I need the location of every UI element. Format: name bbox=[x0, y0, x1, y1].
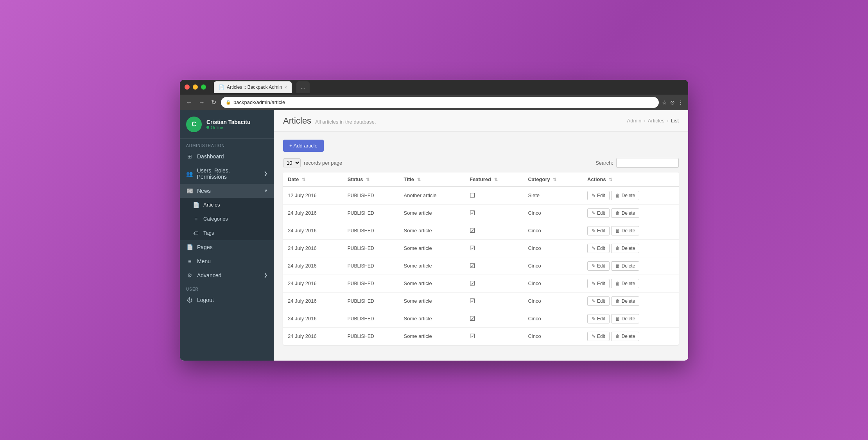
delete-button[interactable]: 🗑 Delete bbox=[611, 191, 640, 200]
cell-status: PUBLISHED bbox=[343, 257, 399, 275]
address-bar[interactable]: 🔒 backpack/admin/article bbox=[221, 97, 659, 108]
cell-status: PUBLISHED bbox=[343, 310, 399, 327]
col-date[interactable]: Date ⇅ bbox=[283, 172, 343, 187]
cell-category: Cinco bbox=[523, 310, 583, 327]
edit-button[interactable]: ✎ Edit bbox=[587, 244, 610, 253]
table-row: 24 July 2016 PUBLISHED Some article ☑ Ci… bbox=[283, 257, 679, 275]
edit-button[interactable]: ✎ Edit bbox=[587, 261, 610, 271]
delete-button[interactable]: 🗑 Delete bbox=[611, 261, 640, 271]
menu-icon[interactable]: ⋮ bbox=[678, 99, 683, 106]
page-title-group: Articles All articles in the database. bbox=[283, 116, 376, 126]
forward-button[interactable]: → bbox=[197, 97, 206, 108]
edit-button[interactable]: ✎ Edit bbox=[587, 279, 610, 288]
page-subtitle: All articles in the database. bbox=[315, 119, 376, 125]
pages-icon: 📄 bbox=[186, 244, 193, 250]
col-title[interactable]: Title ⇅ bbox=[399, 172, 465, 187]
cell-featured: ☐ bbox=[465, 187, 523, 205]
trash-icon: 🗑 bbox=[615, 334, 620, 339]
cell-actions: ✎ Edit 🗑 Delete bbox=[583, 257, 679, 275]
sidebar-item-dashboard[interactable]: ⊞ Dashboard bbox=[180, 149, 274, 163]
cell-featured: ☑ bbox=[465, 257, 523, 275]
sidebar-item-menu[interactable]: ≡ Menu bbox=[180, 254, 274, 268]
delete-button[interactable]: 🗑 Delete bbox=[611, 208, 640, 218]
delete-button[interactable]: 🗑 Delete bbox=[611, 244, 640, 253]
breadcrumb-admin[interactable]: Admin bbox=[627, 118, 642, 124]
sidebar-item-news[interactable]: 📰 News ∨ bbox=[180, 184, 274, 198]
minimize-traffic-light[interactable] bbox=[193, 84, 198, 90]
back-button[interactable]: ← bbox=[185, 97, 194, 108]
sidebar-item-logout[interactable]: ⏻ Logout bbox=[180, 293, 274, 307]
edit-button[interactable]: ✎ Edit bbox=[587, 226, 610, 235]
sidebar-profile: C Cristian Tabacitu Online bbox=[180, 110, 274, 139]
inactive-tab[interactable]: ... bbox=[296, 81, 310, 93]
advanced-icon: ⚙ bbox=[186, 272, 193, 278]
close-traffic-light[interactable] bbox=[185, 84, 190, 90]
edit-icon: ✎ bbox=[592, 246, 595, 251]
records-per-page-select[interactable]: 10 25 50 bbox=[283, 158, 301, 167]
trash-icon: 🗑 bbox=[615, 193, 620, 198]
cell-actions: ✎ Edit 🗑 Delete bbox=[583, 310, 679, 327]
sidebar-item-label: Dashboard bbox=[197, 153, 224, 160]
cell-status: PUBLISHED bbox=[343, 187, 399, 205]
cell-title: Some article bbox=[399, 204, 465, 222]
col-status[interactable]: Status ⇅ bbox=[343, 172, 399, 187]
col-featured[interactable]: Featured ⇅ bbox=[465, 172, 523, 187]
add-article-button[interactable]: + Add article bbox=[283, 140, 324, 152]
cell-status: PUBLISHED bbox=[343, 292, 399, 310]
trash-icon: 🗑 bbox=[615, 316, 620, 321]
bookmark-icon[interactable]: ☆ bbox=[662, 99, 667, 106]
browser-window: 📄 Articles :: Backpack Admin × ... ← → ↻… bbox=[180, 80, 688, 361]
refresh-button[interactable]: ↻ bbox=[210, 97, 218, 108]
cell-date: 24 July 2016 bbox=[283, 257, 343, 275]
cell-status: PUBLISHED bbox=[343, 275, 399, 292]
sort-category-icon[interactable]: ⇅ bbox=[553, 177, 556, 182]
sort-date-icon[interactable]: ⇅ bbox=[302, 177, 305, 182]
delete-button[interactable]: 🗑 Delete bbox=[611, 296, 640, 306]
table-row: 24 July 2016 PUBLISHED Some article ☑ Ci… bbox=[283, 239, 679, 257]
cell-title: Some article bbox=[399, 239, 465, 257]
cell-category: Siete bbox=[523, 187, 583, 205]
maximize-traffic-light[interactable] bbox=[201, 84, 206, 90]
search-input[interactable] bbox=[616, 158, 679, 168]
sidebar-item-pages[interactable]: 📄 Pages bbox=[180, 240, 274, 254]
tab-title: Articles :: Backpack Admin bbox=[227, 84, 282, 90]
cell-featured: ☑ bbox=[465, 292, 523, 310]
delete-button[interactable]: 🗑 Delete bbox=[611, 226, 640, 235]
cell-featured: ☑ bbox=[465, 275, 523, 292]
sort-featured-icon[interactable]: ⇅ bbox=[494, 177, 498, 182]
edit-button[interactable]: ✎ Edit bbox=[587, 332, 610, 341]
sort-title-icon[interactable]: ⇅ bbox=[417, 177, 421, 182]
profile-status: Online bbox=[206, 125, 267, 130]
edit-button[interactable]: ✎ Edit bbox=[587, 314, 610, 323]
delete-button[interactable]: 🗑 Delete bbox=[611, 314, 640, 323]
sort-status-icon[interactable]: ⇅ bbox=[366, 177, 369, 182]
edit-button[interactable]: ✎ Edit bbox=[587, 208, 610, 218]
sidebar-item-advanced[interactable]: ⚙ Advanced ❯ bbox=[180, 268, 274, 282]
table-header: Date ⇅ Status ⇅ Title ⇅ bbox=[283, 172, 679, 187]
table-row: 24 July 2016 PUBLISHED Some article ☑ Ci… bbox=[283, 327, 679, 345]
content-area: + Add article 10 25 50 records per page … bbox=[274, 132, 688, 361]
edit-button[interactable]: ✎ Edit bbox=[587, 191, 610, 200]
table-controls: 10 25 50 records per page Search: bbox=[283, 158, 679, 168]
trash-icon: 🗑 bbox=[615, 228, 620, 233]
tab-close-button[interactable]: × bbox=[284, 85, 287, 90]
cell-actions: ✎ Edit 🗑 Delete bbox=[583, 292, 679, 310]
delete-button[interactable]: 🗑 Delete bbox=[611, 332, 640, 341]
edit-icon: ✎ bbox=[592, 193, 595, 198]
col-category[interactable]: Category ⇅ bbox=[523, 172, 583, 187]
sidebar-item-users[interactable]: 👥 Users, Roles, Permissions ❯ bbox=[180, 163, 274, 184]
app-layout: C Cristian Tabacitu Online ADMINISTRATIO… bbox=[180, 110, 688, 361]
edit-button[interactable]: ✎ Edit bbox=[587, 296, 610, 306]
sidebar-item-label: News bbox=[197, 188, 211, 194]
account-icon[interactable]: ⊙ bbox=[670, 99, 675, 106]
sidebar-item-categories[interactable]: ≡ Categories bbox=[180, 212, 274, 226]
breadcrumb-articles[interactable]: Articles bbox=[648, 118, 665, 124]
articles-icon: 📄 bbox=[192, 202, 199, 208]
main-content: Articles All articles in the database. A… bbox=[274, 110, 688, 361]
cell-actions: ✎ Edit 🗑 Delete bbox=[583, 204, 679, 222]
sidebar-item-articles[interactable]: 📄 Articles bbox=[180, 198, 274, 212]
cell-title: Another article bbox=[399, 187, 465, 205]
sidebar-item-tags[interactable]: 🏷 Tags bbox=[180, 226, 274, 240]
delete-button[interactable]: 🗑 Delete bbox=[611, 279, 640, 288]
active-tab[interactable]: 📄 Articles :: Backpack Admin × bbox=[214, 81, 292, 93]
